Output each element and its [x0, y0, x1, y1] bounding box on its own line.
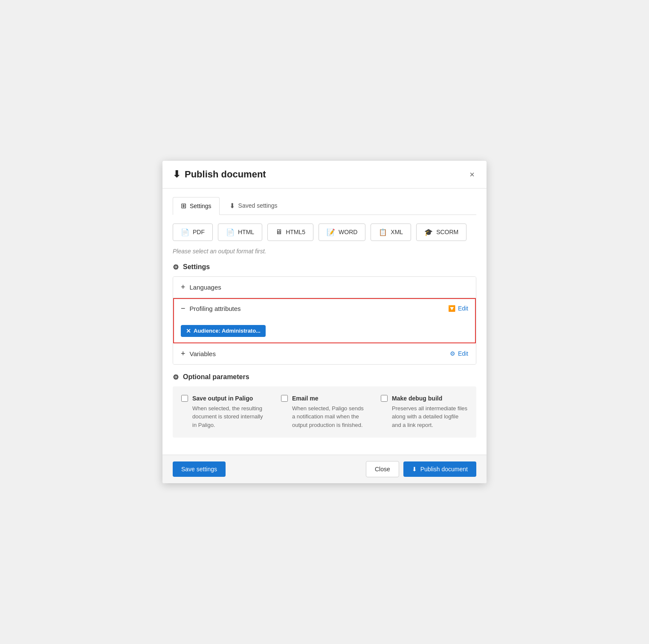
- optional-parameters-box: Save output in Paligo When selected, the…: [173, 386, 476, 438]
- modal-title-text: Publish document: [185, 169, 266, 180]
- output-format-placeholder: Please select an output format first.: [173, 248, 476, 255]
- optional-parameters-section: ⚙ Optional parameters Save output in Pal…: [173, 373, 476, 438]
- optional-item-email-me: Email me When selected, Paligo sends a n…: [281, 395, 368, 429]
- profiling-label: Profiling attributes: [190, 305, 241, 312]
- email-me-desc: When selected, Paligo sends a notificati…: [281, 404, 368, 429]
- variables-edit-label: Edit: [458, 350, 468, 357]
- variables-expand-icon: +: [181, 349, 185, 358]
- optional-parameters-heading: ⚙ Optional parameters: [173, 373, 476, 381]
- debug-build-checkbox[interactable]: [381, 395, 388, 402]
- audience-tag: ✕ Audience: Administrato...: [181, 325, 266, 337]
- html5-label: HTML5: [286, 229, 305, 235]
- html-label: HTML: [238, 229, 254, 235]
- close-label: Close: [375, 466, 390, 473]
- settings-tab-icon: ⊞: [181, 202, 186, 210]
- variables-gear-icon: ⚙: [450, 350, 455, 357]
- accordion-header-variables[interactable]: + Variables ⚙ Edit: [173, 343, 476, 364]
- xml-icon: 📋: [379, 228, 387, 236]
- accordion-header-languages[interactable]: + Languages: [173, 277, 476, 298]
- scorm-label: SCORM: [436, 229, 458, 235]
- tab-saved-settings[interactable]: ⬇ Saved settings: [221, 197, 286, 215]
- save-output-label: Save output in Paligo: [192, 395, 253, 402]
- accordion-header-variables-left: + Variables: [181, 349, 216, 358]
- modal-close-button[interactable]: ×: [468, 168, 476, 180]
- close-button[interactable]: Close: [366, 461, 399, 477]
- format-btn-html[interactable]: 📄 HTML: [218, 223, 262, 241]
- publish-document-modal: ⬇ Publish document × ⊞ Settings ⬇ Saved …: [162, 161, 487, 484]
- modal-header: ⬇ Publish document ×: [162, 161, 487, 189]
- html-icon: 📄: [226, 228, 235, 236]
- tabs-container: ⊞ Settings ⬇ Saved settings: [173, 197, 476, 215]
- languages-label: Languages: [190, 284, 221, 291]
- scorm-icon: 🎓: [424, 228, 433, 236]
- format-btn-xml[interactable]: 📋 XML: [371, 223, 411, 241]
- saved-settings-tab-icon: ⬇: [229, 202, 235, 210]
- accordion-body-profiling: ✕ Audience: Administrato...: [173, 319, 476, 343]
- email-me-label: Email me: [292, 395, 318, 402]
- publish-icon: ⬇: [173, 169, 180, 180]
- debug-build-desc: Preserves all intermediate files along w…: [381, 404, 468, 429]
- accordion-container: + Languages − Profiling attributes 🔽 Edi…: [173, 276, 476, 365]
- settings-section-icon: ⚙: [173, 263, 179, 271]
- pdf-icon: 📄: [181, 228, 189, 236]
- xml-label: XML: [391, 229, 403, 235]
- settings-section-label: Settings: [183, 263, 210, 271]
- save-output-desc: When selected, the resulting document is…: [181, 404, 268, 429]
- optional-parameters-label: Optional parameters: [183, 373, 249, 381]
- audience-tag-close[interactable]: ✕: [186, 328, 191, 334]
- publish-btn-icon: ⬇: [412, 466, 417, 473]
- profiling-collapse-icon: −: [181, 304, 185, 313]
- pdf-label: PDF: [193, 229, 205, 235]
- optional-item-email-header: Email me: [281, 395, 368, 402]
- optional-item-save-header: Save output in Paligo: [181, 395, 268, 402]
- format-btn-word[interactable]: 📝 WORD: [319, 223, 365, 241]
- modal-footer: Save settings Close ⬇ Publish document: [162, 455, 487, 483]
- audience-tag-label: Audience: Administrato...: [194, 328, 261, 334]
- optional-item-debug-header: Make debug build: [381, 395, 468, 402]
- format-btn-pdf[interactable]: 📄 PDF: [173, 223, 213, 241]
- publish-document-button[interactable]: ⬇ Publish document: [403, 461, 476, 477]
- format-btn-html5[interactable]: 🖥 HTML5: [267, 223, 313, 241]
- modal-title: ⬇ Publish document: [173, 169, 266, 180]
- accordion-header-profiling-left: − Profiling attributes: [181, 304, 241, 313]
- optional-item-save-output: Save output in Paligo When selected, the…: [181, 395, 268, 429]
- format-btn-scorm[interactable]: 🎓 SCORM: [416, 223, 466, 241]
- variables-label: Variables: [190, 350, 216, 357]
- profiling-edit-btn[interactable]: 🔽 Edit: [448, 305, 468, 312]
- word-icon: 📝: [327, 228, 335, 236]
- saved-settings-tab-label: Saved settings: [238, 202, 278, 209]
- format-buttons-group: 📄 PDF 📄 HTML 🖥 HTML5 📝 WORD 📋 XML 🎓: [173, 223, 476, 241]
- optional-gear-icon: ⚙: [173, 373, 179, 381]
- languages-expand-icon: +: [181, 283, 185, 292]
- settings-section-heading: ⚙ Settings: [173, 263, 476, 271]
- optional-item-debug-build: Make debug build Preserves all intermedi…: [381, 395, 468, 429]
- filter-icon: 🔽: [448, 305, 455, 312]
- html5-icon: 🖥: [275, 228, 282, 236]
- save-output-checkbox[interactable]: [181, 395, 188, 402]
- footer-right-buttons: Close ⬇ Publish document: [366, 461, 476, 477]
- profiling-edit-label: Edit: [458, 305, 468, 312]
- variables-edit-btn[interactable]: ⚙ Edit: [450, 350, 468, 357]
- debug-build-label: Make debug build: [392, 395, 442, 402]
- settings-tab-label: Settings: [190, 203, 212, 209]
- word-label: WORD: [339, 229, 357, 235]
- tab-settings[interactable]: ⊞ Settings: [173, 197, 220, 215]
- save-settings-button[interactable]: Save settings: [173, 461, 226, 477]
- publish-btn-label: Publish document: [420, 466, 468, 473]
- accordion-header-languages-left: + Languages: [181, 283, 221, 292]
- email-me-checkbox[interactable]: [281, 395, 288, 402]
- accordion-header-profiling[interactable]: − Profiling attributes 🔽 Edit: [173, 298, 476, 319]
- accordion-item-languages: + Languages: [173, 277, 476, 298]
- accordion-item-profiling: − Profiling attributes 🔽 Edit ✕ Audience…: [173, 298, 476, 343]
- modal-body: ⊞ Settings ⬇ Saved settings 📄 PDF 📄 HTML…: [162, 189, 487, 455]
- save-settings-label: Save settings: [181, 466, 217, 473]
- accordion-item-variables: + Variables ⚙ Edit: [173, 343, 476, 364]
